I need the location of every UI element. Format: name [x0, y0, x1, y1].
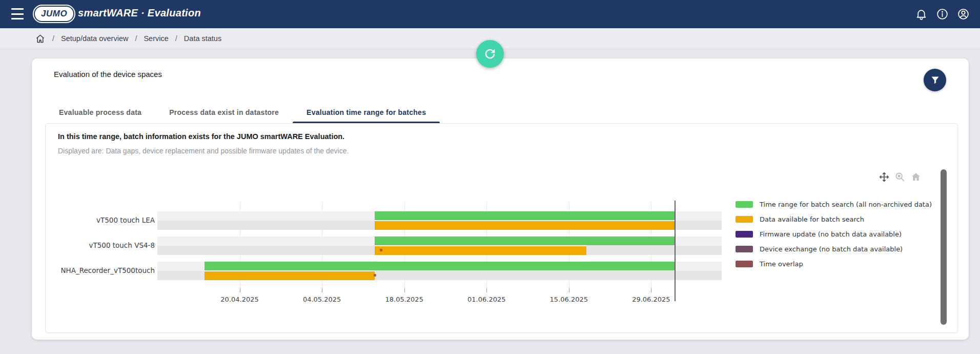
refresh-button[interactable]: [476, 40, 504, 68]
x-axis-tick: [404, 288, 405, 292]
zoom-icon[interactable]: [894, 171, 906, 183]
refresh-icon: [483, 47, 497, 61]
chart-legend: Time range for batch search (all non-arc…: [736, 197, 932, 271]
gantt-bar-data[interactable]: [375, 246, 586, 255]
y-axis-device-label: vT500 touch LEA: [11, 216, 155, 225]
legend-label: Time range for batch search (all non-arc…: [760, 201, 932, 208]
legend-label: Device exchange (no batch data available…: [760, 245, 903, 253]
y-axis-device-label: vT500 touch VS4-8: [11, 241, 155, 250]
x-axis-label: 15.06.2025: [538, 296, 600, 303]
gantt-bar-data[interactable]: [375, 221, 675, 230]
legend-swatch: [736, 246, 753, 252]
x-axis-label: 20.04.2025: [209, 296, 271, 303]
x-axis-label: 18.05.2025: [374, 296, 435, 303]
chart-modebar: [879, 171, 922, 183]
time-overlap-marker: [374, 274, 376, 277]
x-axis-tick: [486, 288, 487, 292]
vertical-scrollbar-thumb[interactable]: [941, 169, 947, 325]
x-axis-label: 01.06.2025: [456, 296, 517, 303]
y-axis-device-label: NHA_Recorder_vT500touch: [11, 266, 155, 276]
legend-item[interactable]: Time overlap: [736, 257, 932, 271]
gantt-bar-range[interactable]: [375, 237, 675, 246]
legend-item[interactable]: Data available for batch search: [736, 212, 932, 227]
legend-swatch: [736, 201, 753, 208]
legend-swatch: [736, 216, 753, 223]
legend-label: Time overlap: [760, 260, 803, 268]
legend-swatch: [736, 231, 753, 238]
pan-icon[interactable]: [879, 171, 890, 183]
x-axis-tick: [651, 288, 651, 292]
legend-swatch: [736, 261, 753, 267]
legend-item[interactable]: Firmware update (no batch data available…: [736, 227, 932, 242]
gantt-bar-data[interactable]: [205, 271, 375, 280]
gantt-bar-range[interactable]: [205, 262, 675, 271]
legend-label: Data available for batch search: [760, 215, 864, 223]
app-window: JUMO smartWARE · Evaluation: [0, 0, 980, 354]
legend-label: Firmware update (no batch data available…: [760, 230, 902, 238]
x-axis-label: 29.06.2025: [620, 296, 682, 303]
x-axis-label: 04.05.2025: [291, 296, 353, 303]
x-axis-tick: [240, 288, 240, 292]
time-overlap-marker: [380, 249, 382, 251]
legend-item[interactable]: Device exchange (no batch data available…: [736, 242, 932, 257]
legend-item[interactable]: Time range for batch search (all non-arc…: [736, 197, 932, 212]
reset-home-icon[interactable]: [910, 171, 922, 183]
x-axis-tick: [322, 288, 322, 292]
x-axis-tick: [569, 288, 569, 292]
current-time-line: [675, 201, 676, 301]
gantt-bar-range[interactable]: [375, 211, 675, 221]
